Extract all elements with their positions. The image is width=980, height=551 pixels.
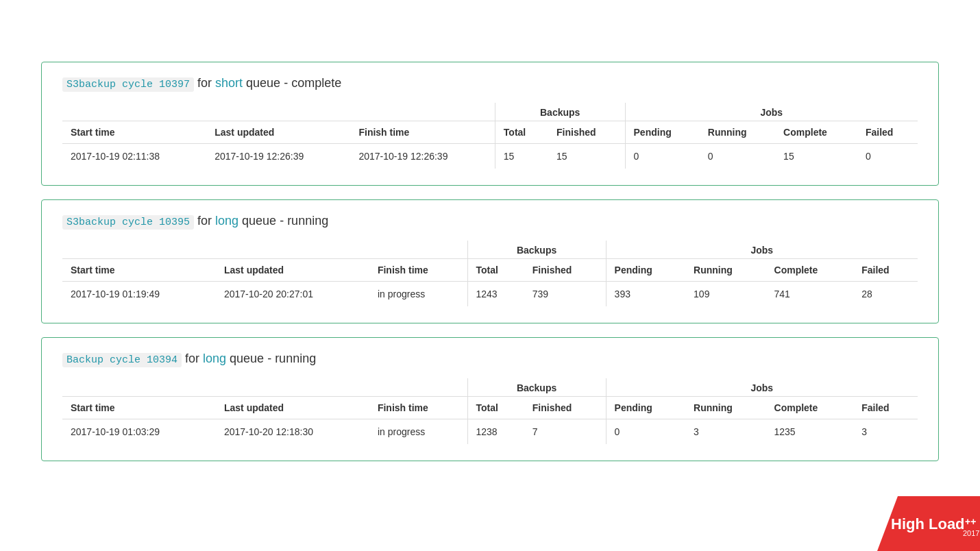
svg-text:Load: Load [929, 515, 965, 532]
jobs-section-header-3: Jobs [606, 378, 918, 397]
finished-cell-3: 7 [524, 419, 606, 445]
failed-cell-1: 0 [857, 144, 918, 169]
section-header-row-3: BackupsJobs [62, 378, 918, 397]
data-row-3: 2017-10-19 01:03:292017-10-20 12:18:30in… [62, 419, 918, 445]
col-header-row-2: Start timeLast updatedFinish timeTotalFi… [62, 259, 918, 282]
finished-header-3: Finished [524, 397, 606, 419]
cycle-status-2: queue - running [238, 214, 328, 228]
cycle-title-3: Backup cycle 10394 for long queue - runn… [62, 352, 918, 366]
start-time-header-2: Start time [62, 259, 216, 282]
cycle-table-1: BackupsJobsStart timeLast updatedFinish … [62, 103, 918, 169]
cycle-title-1: S3backup cycle 10397 for short queue - c… [62, 76, 918, 90]
finish-time-header-2: Finish time [369, 259, 467, 282]
cycle-card-2: S3backup cycle 10395 for long queue - ru… [41, 199, 939, 323]
col-header-row-1: Start timeLast updatedFinish timeTotalFi… [62, 121, 918, 144]
pending-cell-2: 393 [606, 282, 685, 307]
cycle-status-1: queue - complete [243, 76, 341, 90]
svg-text:2017: 2017 [963, 529, 979, 537]
failed-cell-2: 28 [853, 282, 918, 307]
running-cell-1: 0 [700, 144, 775, 169]
jobs-section-header-2: Jobs [606, 241, 918, 259]
last-updated-cell-3: 2017-10-20 12:18:30 [216, 419, 369, 445]
empty-header-1-3 [62, 378, 467, 397]
col-header-row-3: Start timeLast updatedFinish timeTotalFi… [62, 397, 918, 419]
finished-cell-2: 739 [524, 282, 606, 307]
running-header-3: Running [685, 397, 765, 419]
data-row-2: 2017-10-19 01:19:492017-10-20 20:27:01in… [62, 282, 918, 307]
total-cell-2: 1243 [467, 282, 524, 307]
finished-header-2: Finished [524, 259, 606, 282]
finish-time-cell-3: in progress [369, 419, 467, 445]
last-updated-cell-2: 2017-10-20 20:27:01 [216, 282, 369, 307]
backups-section-header-1: Backups [495, 103, 625, 121]
backups-section-header-3: Backups [467, 378, 606, 397]
finish-time-header-1: Finish time [350, 121, 495, 144]
cycle-code-3: Backup cycle 10394 [62, 353, 182, 367]
total-cell-3: 1238 [467, 419, 524, 445]
running-header-2: Running [685, 259, 765, 282]
cycle-for-text-2: for [194, 214, 215, 228]
running-cell-3: 3 [685, 419, 765, 445]
data-row-1: 2017-10-19 02:11:382017-10-19 12:26:3920… [62, 144, 918, 169]
start-time-header-3: Start time [62, 397, 216, 419]
empty-header-1-2 [62, 241, 467, 259]
pending-header-1: Pending [625, 121, 700, 144]
total-header-1: Total [495, 121, 548, 144]
last-updated-cell-1: 2017-10-19 12:26:39 [206, 144, 350, 169]
finished-header-1: Finished [548, 121, 625, 144]
jobs-section-header-1: Jobs [625, 103, 918, 121]
finished-cell-1: 15 [548, 144, 625, 169]
failed-header-2: Failed [853, 259, 918, 282]
pending-header-3: Pending [606, 397, 685, 419]
complete-header-1: Complete [775, 121, 857, 144]
finish-time-header-3: Finish time [369, 397, 467, 419]
cycle-card-3: Backup cycle 10394 for long queue - runn… [41, 337, 939, 461]
failed-cell-3: 3 [853, 419, 918, 445]
section-header-row-1: BackupsJobs [62, 103, 918, 121]
finish-time-cell-1: 2017-10-19 12:26:39 [350, 144, 495, 169]
svg-text:++: ++ [965, 516, 976, 527]
cycle-table-2: BackupsJobsStart timeLast updatedFinish … [62, 241, 918, 306]
cycle-table-3: BackupsJobsStart timeLast updatedFinish … [62, 378, 918, 444]
complete-cell-1: 15 [775, 144, 857, 169]
complete-header-2: Complete [766, 259, 854, 282]
cycle-status-3: queue - running [226, 352, 316, 365]
start-time-header-1: Start time [62, 121, 206, 144]
cycle-card-1: S3backup cycle 10397 for short queue - c… [41, 62, 939, 186]
last-updated-header-1: Last updated [206, 121, 350, 144]
running-header-1: Running [700, 121, 775, 144]
highload-badge: High Load ++ 2017 [857, 496, 980, 551]
page-container: S3backup cycle 10397 for short queue - c… [0, 0, 980, 489]
cycle-code-1: S3backup cycle 10397 [62, 77, 194, 92]
complete-cell-3: 1235 [766, 419, 854, 445]
failed-header-3: Failed [853, 397, 918, 419]
cycle-for-text-3: for [182, 352, 203, 365]
cycle-queue-1: short [215, 76, 243, 90]
pending-cell-1: 0 [625, 144, 700, 169]
last-updated-header-3: Last updated [216, 397, 369, 419]
total-header-2: Total [467, 259, 524, 282]
cycle-queue-2: long [215, 214, 238, 228]
finish-time-cell-2: in progress [369, 282, 467, 307]
complete-header-3: Complete [766, 397, 854, 419]
last-updated-header-2: Last updated [216, 259, 369, 282]
cycle-code-2: S3backup cycle 10395 [62, 215, 194, 230]
total-cell-1: 15 [495, 144, 548, 169]
empty-header-1-1 [62, 103, 495, 121]
total-header-3: Total [467, 397, 524, 419]
failed-header-1: Failed [857, 121, 918, 144]
start-time-cell-2: 2017-10-19 01:19:49 [62, 282, 216, 307]
start-time-cell-1: 2017-10-19 02:11:38 [62, 144, 206, 169]
backups-section-header-2: Backups [467, 241, 606, 259]
section-header-row-2: BackupsJobs [62, 241, 918, 259]
cycle-for-text-1: for [194, 76, 215, 90]
pending-header-2: Pending [606, 259, 685, 282]
running-cell-2: 109 [685, 282, 765, 307]
complete-cell-2: 741 [766, 282, 854, 307]
svg-text:High: High [891, 515, 924, 532]
start-time-cell-3: 2017-10-19 01:03:29 [62, 419, 216, 445]
cycle-queue-3: long [203, 352, 226, 365]
cycle-title-2: S3backup cycle 10395 for long queue - ru… [62, 214, 918, 228]
pending-cell-3: 0 [606, 419, 685, 445]
